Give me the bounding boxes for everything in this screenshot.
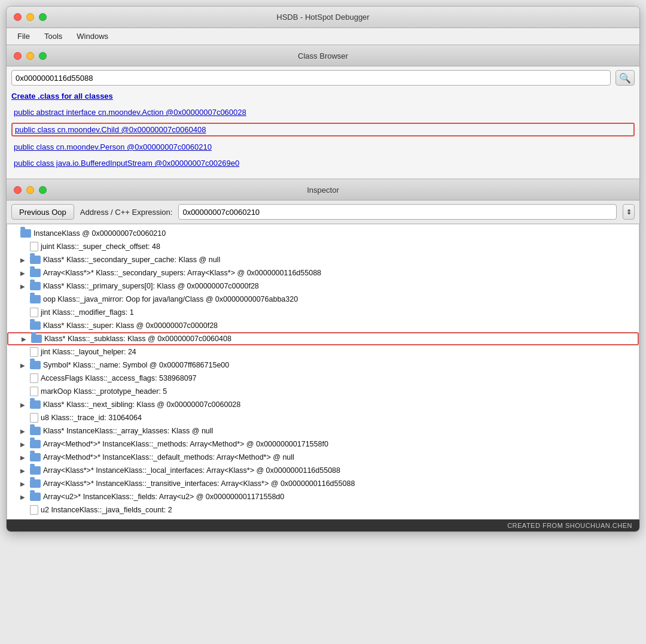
create-class-link[interactable]: Create .class for all classes bbox=[11, 92, 635, 101]
tree-node-text: jint Klass::_modifier_flags: 1 bbox=[41, 308, 134, 317]
class-browser-panel: Class Browser 🔍 Create .class for all cl… bbox=[7, 45, 639, 179]
tree-expand-arrow[interactable]: ▶ bbox=[20, 494, 30, 500]
tree-expand-arrow[interactable]: ▶ bbox=[20, 428, 30, 435]
tree-row[interactable]: ▶Klass* Klass::_super: Klass @ 0x0000000… bbox=[7, 319, 639, 332]
tree-node-text: Klass* Klass::_super: Klass @ 0x00000007… bbox=[43, 321, 218, 330]
tree-row[interactable]: ▶Array<Method*>* InstanceKlass::_default… bbox=[7, 451, 639, 464]
app-window: HSDB - HotSpot Debugger File Tools Windo… bbox=[6, 6, 640, 532]
tree-row[interactable]: ▶Klass* Klass::_secondary_super_cache: K… bbox=[7, 253, 639, 266]
tree-node-text: oop Klass::_java_mirror: Oop for java/la… bbox=[43, 295, 298, 303]
tree-node-text: markOop Klass::_prototype_header: 5 bbox=[41, 387, 167, 396]
tree-expand-arrow[interactable]: ▶ bbox=[20, 402, 30, 408]
inspector-title: Inspector bbox=[307, 186, 339, 195]
folder-icon bbox=[30, 282, 41, 290]
page-icon bbox=[30, 347, 38, 357]
tree-expand-arrow[interactable]: ▶ bbox=[20, 454, 30, 461]
tree-row: ▶markOop Klass::_prototype_header: 5 bbox=[7, 385, 639, 398]
previous-oop-button[interactable]: Previous Oop bbox=[11, 204, 74, 220]
tree-node-text: Klass* Klass::_secondary_super_cache: Kl… bbox=[43, 256, 220, 264]
folder-icon bbox=[30, 295, 41, 303]
insp-minimize-button[interactable] bbox=[26, 186, 34, 194]
folder-icon bbox=[30, 361, 41, 369]
tree-expand-arrow[interactable]: ▶ bbox=[20, 257, 30, 263]
maximize-button[interactable] bbox=[39, 13, 47, 21]
tree-row[interactable]: ▶Klass* Klass::_next_sibling: Klass @ 0x… bbox=[7, 398, 639, 411]
tree-row[interactable]: ▶Klass* Klass::_primary_supers[0]: Klass… bbox=[7, 280, 639, 293]
tree-row: ▶juint Klass::_super_check_offset: 48 bbox=[7, 240, 639, 253]
class-entry-2[interactable]: public class cn.moondev.Person @0x000000… bbox=[11, 141, 635, 153]
menu-tools[interactable]: Tools bbox=[38, 31, 68, 42]
folder-icon bbox=[30, 256, 41, 264]
tree-node-text: Array<u2>* InstanceKlass::_fields: Array… bbox=[43, 493, 284, 501]
folder-icon bbox=[30, 453, 41, 461]
search-button[interactable]: 🔍 bbox=[615, 70, 635, 86]
class-list-area: Create .class for all classes public abs… bbox=[7, 89, 639, 178]
page-icon bbox=[30, 413, 38, 423]
watermark-text: CREATED FROM SHOUCHUAN.CHEN bbox=[507, 522, 632, 529]
spinner-button[interactable]: ⇕ bbox=[623, 204, 635, 220]
tree-expand-arrow[interactable]: ▶ bbox=[20, 467, 30, 474]
minimize-button[interactable] bbox=[26, 13, 34, 21]
inspector-panel: Inspector Previous Oop Address / C++ Exp… bbox=[7, 179, 639, 520]
folder-icon bbox=[30, 479, 41, 488]
tree-row[interactable]: ▶Array<u2>* InstanceKlass::_fields: Arra… bbox=[7, 490, 639, 503]
tree-row[interactable]: ▶Symbol* Klass::_name: Symbol @ 0x00007f… bbox=[7, 359, 639, 372]
tree-node-text: Array<Klass*>* InstanceKlass::_local_int… bbox=[43, 466, 340, 475]
tree-row[interactable]: ▶InstanceKlass @ 0x00000007c0060210 bbox=[7, 227, 639, 240]
insp-close-button[interactable] bbox=[14, 186, 22, 194]
tree-row[interactable]: ▶Array<Klass*>* InstanceKlass::_local_in… bbox=[7, 464, 639, 477]
tree-node-text: u2 InstanceKlass::_java_fields_count: 2 bbox=[41, 506, 172, 514]
inspector-buttons bbox=[14, 186, 47, 194]
page-icon bbox=[30, 308, 38, 317]
tree-expand-arrow[interactable]: ▶ bbox=[20, 362, 30, 369]
search-row: 🔍 bbox=[7, 66, 639, 89]
class-entry-0[interactable]: public abstract interface cn.moondev.Act… bbox=[11, 107, 635, 118]
menu-file[interactable]: File bbox=[11, 31, 36, 42]
class-entry-1[interactable]: public class cn.moondev.Child @0x0000000… bbox=[11, 123, 635, 136]
folder-icon bbox=[30, 427, 41, 435]
tree-row[interactable]: ▶oop Klass::_java_mirror: Oop for java/l… bbox=[7, 293, 639, 306]
folder-icon bbox=[20, 229, 31, 238]
address-input[interactable] bbox=[178, 204, 617, 220]
page-icon bbox=[30, 373, 38, 383]
menu-bar: File Tools Windows bbox=[7, 28, 639, 45]
tree-node-text: InstanceKlass @ 0x00000007c0060210 bbox=[33, 229, 166, 238]
tree-node-text: Array<Klass*>* InstanceKlass::_transitiv… bbox=[43, 479, 355, 488]
tree-node-text: Symbol* Klass::_name: Symbol @ 0x00007ff… bbox=[43, 361, 229, 369]
address-label: Address / C++ Expression: bbox=[80, 208, 173, 217]
close-button[interactable] bbox=[14, 13, 22, 21]
tree-row: ▶jint Klass::_layout_helper: 24 bbox=[7, 345, 639, 359]
tree-node-text: Klass* Klass::_next_sibling: Klass @ 0x0… bbox=[43, 400, 240, 409]
folder-icon bbox=[30, 493, 41, 501]
page-icon bbox=[30, 387, 38, 396]
class-entry-3[interactable]: public class java.io.BufferedInputStream… bbox=[11, 157, 635, 169]
tree-row[interactable]: ▶Array<Klass*>* InstanceKlass::_transiti… bbox=[7, 477, 639, 490]
tree-row[interactable]: ▶Klass* Klass::_subklass: Klass @ 0x0000… bbox=[7, 332, 639, 345]
inspector-toolbar: Previous Oop Address / C++ Expression: ⇕ bbox=[7, 201, 639, 224]
folder-icon bbox=[30, 321, 41, 330]
tree-expand-arrow[interactable]: ▶ bbox=[20, 481, 30, 487]
folder-icon bbox=[30, 269, 41, 277]
tree-row[interactable]: ▶Klass* InstanceKlass::_array_klasses: K… bbox=[7, 424, 639, 438]
folder-icon bbox=[30, 466, 41, 475]
app-title: HSDB - HotSpot Debugger bbox=[276, 13, 369, 22]
tree-node-text: Klass* InstanceKlass::_array_klasses: Kl… bbox=[43, 427, 213, 435]
cb-maximize-button[interactable] bbox=[39, 52, 47, 60]
cb-close-button[interactable] bbox=[14, 52, 22, 60]
tree-node-text: Klass* Klass::_subklass: Klass @ 0x00000… bbox=[44, 335, 231, 343]
tree-expand-arrow[interactable]: ▶ bbox=[20, 283, 30, 290]
menu-windows[interactable]: Windows bbox=[71, 31, 114, 42]
cb-minimize-button[interactable] bbox=[26, 52, 34, 60]
insp-maximize-button[interactable] bbox=[39, 186, 47, 194]
tree-expand-arrow[interactable]: ▶ bbox=[20, 441, 30, 448]
search-input[interactable] bbox=[11, 70, 611, 86]
tree-row: ▶u8 Klass::_trace_id: 31064064 bbox=[7, 411, 639, 424]
class-browser-buttons bbox=[14, 52, 47, 60]
tree-row[interactable]: ▶Array<Klass*>* Klass::_secondary_supers… bbox=[7, 266, 639, 280]
tree-expand-arrow[interactable]: ▶ bbox=[22, 336, 31, 342]
folder-icon bbox=[30, 440, 41, 448]
tree-row[interactable]: ▶Array<Method*>* InstanceKlass::_methods… bbox=[7, 438, 639, 451]
tree-expand-arrow[interactable]: ▶ bbox=[20, 270, 30, 277]
inspector-title-bar: Inspector bbox=[7, 179, 639, 201]
tree-view[interactable]: ▶InstanceKlass @ 0x00000007c0060210▶juin… bbox=[7, 224, 639, 520]
